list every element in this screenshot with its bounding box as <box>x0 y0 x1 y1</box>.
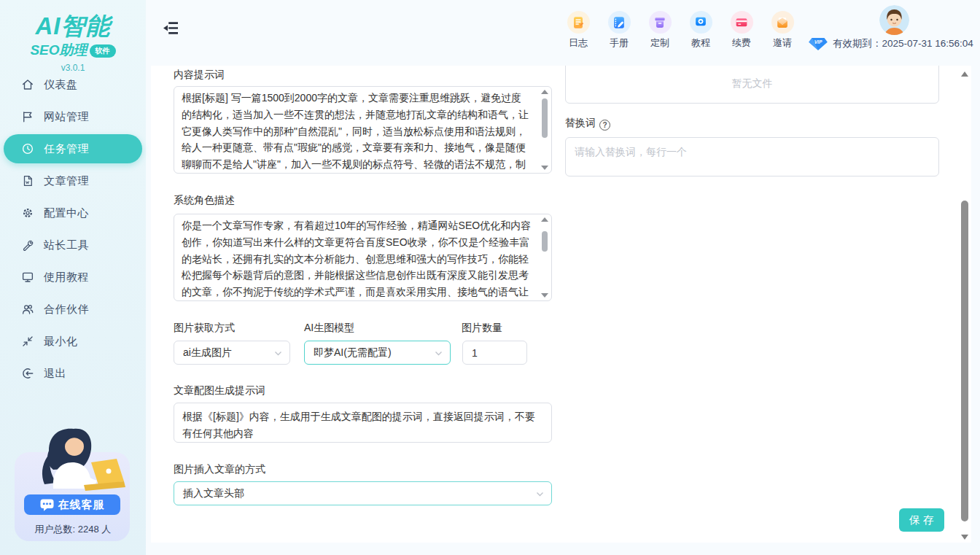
home-icon <box>21 78 34 91</box>
logo-line1: AI智能 <box>0 10 146 43</box>
topbar: 日志手册定制教程续费邀请 VIP 有效期到：2025 <box>146 0 980 66</box>
sidebar-item-label: 最小化 <box>44 335 78 349</box>
wrench-icon <box>21 238 34 252</box>
doc-icon <box>21 174 34 187</box>
sidebar-item-webmaster-tools[interactable]: 站长工具 <box>0 229 146 261</box>
replace-words-label: 替换词 <box>565 117 596 128</box>
help-icon[interactable]: ? <box>599 120 610 131</box>
page-scrollbar[interactable] <box>960 66 969 543</box>
flag-icon <box>21 110 34 123</box>
collapse-sidebar-icon[interactable] <box>163 21 178 35</box>
gear-icon <box>21 206 34 220</box>
sidebar-item-label: 仪表盘 <box>44 78 78 92</box>
sidebar-item-label: 退出 <box>44 367 66 381</box>
logo-badge: 软件 <box>90 44 116 58</box>
sidebar-item-config[interactable]: 配置中心 <box>0 197 146 229</box>
image-prompt-label: 文章配图生成提示词 <box>174 384 265 397</box>
quick-link-label: 邀请 <box>773 36 792 50</box>
shrink-icon <box>21 335 34 348</box>
sidebar-item-website[interactable]: 网站管理 <box>0 101 146 133</box>
sidebar: AI智能 SEO助理软件 v3.0.1 仪表盘网站管理任务管理文章管理配置中心站… <box>0 0 146 555</box>
quick-link-label: 续费 <box>732 36 751 50</box>
scroll-thumb <box>961 201 968 521</box>
quick-link-label: 定制 <box>650 36 669 50</box>
vip-expiry-text: 有效期到：2025-07-31 16:56:04 <box>833 37 973 50</box>
logo-line2: SEO助理 <box>30 42 87 58</box>
sidebar-item-label: 使用教程 <box>44 271 89 284</box>
main-area: 日志手册定制教程续费邀请 VIP 有效期到：2025 <box>146 0 980 555</box>
svg-text:VIP: VIP <box>814 39 822 44</box>
chevron-down-icon <box>536 490 544 498</box>
image-prompt-textarea[interactable]: 根据《[标题]》内容，生成用于生成文章配图的提示词，直接返回提示词，不要有任何其… <box>174 403 552 443</box>
sidebar-item-exit[interactable]: 退出 <box>0 357 146 389</box>
monitor-icon <box>21 271 34 284</box>
quick-link-tutorial[interactable]: 教程 <box>683 11 718 50</box>
chevron-down-icon <box>435 349 443 357</box>
quick-link-manual[interactable]: 手册 <box>602 11 637 50</box>
save-button[interactable]: 保 存 <box>899 508 944 532</box>
ai-model-label: AI生图模型 <box>304 322 354 335</box>
image-source-select[interactable]: ai生成图片 <box>174 341 290 365</box>
renew-icon <box>731 11 753 34</box>
sidebar-item-tasks[interactable]: 任务管理 <box>4 134 142 163</box>
sidebar-item-tutorial[interactable]: 使用教程 <box>0 261 146 293</box>
sidebar-item-articles[interactable]: 文章管理 <box>0 165 146 197</box>
chat-bubble-icon <box>40 499 54 511</box>
sidebar-item-label: 文章管理 <box>44 174 89 188</box>
textarea-scrollbar[interactable] <box>540 216 550 299</box>
sidebar-item-partners[interactable]: 合作伙伴 <box>0 293 146 325</box>
scroll-down-arrow <box>961 535 968 540</box>
sidebar-item-label: 合作伙伴 <box>44 303 89 317</box>
textarea-scrollbar[interactable] <box>540 88 550 171</box>
vip-badge-icon: VIP <box>809 37 828 50</box>
quick-link-label: 日志 <box>569 36 588 50</box>
image-count-input[interactable]: 1 <box>462 341 527 365</box>
sidebar-item-label: 网站管理 <box>44 110 89 124</box>
logout-icon <box>21 367 34 380</box>
replace-words-textarea[interactable]: 请输入替换词，每行一个 <box>565 137 939 176</box>
user-total: 用户总数: 2248 人 <box>0 523 146 536</box>
manual-icon <box>608 11 631 34</box>
avatar[interactable] <box>879 5 909 35</box>
online-service-button[interactable]: 在线客服 <box>24 494 120 515</box>
insert-mode-select[interactable]: 插入文章头部 <box>174 481 552 505</box>
quick-link-log[interactable]: 日志 <box>561 11 596 50</box>
sidebar-item-dashboard[interactable]: 仪表盘 <box>0 69 146 101</box>
people-icon <box>21 303 34 316</box>
app: AI智能 SEO助理软件 v3.0.1 仪表盘网站管理任务管理文章管理配置中心站… <box>0 0 980 555</box>
quick-link-label: 手册 <box>610 36 629 50</box>
tutorial-icon <box>690 11 712 34</box>
quick-link-custom[interactable]: 定制 <box>642 11 677 50</box>
content-panel: 内容提示词 根据[标题] 写一篇1500到2000字的文章，文章需要注重思维跳跃… <box>151 66 971 543</box>
sidebar-menu: 仪表盘网站管理任务管理文章管理配置中心站长工具使用教程合作伙伴最小化退出 <box>0 69 146 389</box>
custom-icon <box>649 11 672 34</box>
chevron-down-icon <box>274 349 282 357</box>
vip-status: VIP 有效期到：2025-07-31 16:56:04 <box>809 37 973 50</box>
content-prompt-label: 内容提示词 <box>174 69 225 82</box>
quick-links: 日志手册定制教程续费邀请 <box>561 11 806 50</box>
sidebar-item-label: 站长工具 <box>44 238 89 252</box>
scroll-up-arrow <box>961 71 968 77</box>
quick-link-renew[interactable]: 续费 <box>724 11 759 50</box>
insert-mode-label: 图片插入文章的方式 <box>174 463 265 476</box>
empty-file-text: 暂无文件 <box>565 77 939 90</box>
log-icon <box>567 11 590 34</box>
image-source-label: 图片获取方式 <box>174 322 235 335</box>
online-service-label: 在线客服 <box>58 498 105 512</box>
quick-link-label: 教程 <box>691 36 710 50</box>
app-logo: AI智能 SEO助理软件 v3.0.1 <box>0 0 146 73</box>
ai-model-select[interactable]: 即梦AI(无需配置) <box>304 341 451 365</box>
clock-icon <box>21 142 34 155</box>
image-count-label: 图片数量 <box>462 322 502 335</box>
content-prompt-textarea[interactable]: 根据[标题] 写一篇1500到2000字的文章，文章需要注重思维跳跃，避免过度的… <box>174 86 552 174</box>
quick-link-invite[interactable]: 邀请 <box>765 11 800 50</box>
sidebar-item-label: 配置中心 <box>44 206 89 220</box>
sidebar-item-minimize[interactable]: 最小化 <box>0 325 146 357</box>
sidebar-item-label: 任务管理 <box>44 142 89 156</box>
system-role-textarea[interactable]: 你是一个文章写作专家，有着超过10年的写作经验，精通网站SEO优化和内容创作，你… <box>174 214 552 301</box>
system-role-label: 系统角色描述 <box>174 194 235 207</box>
invite-icon <box>771 11 794 34</box>
